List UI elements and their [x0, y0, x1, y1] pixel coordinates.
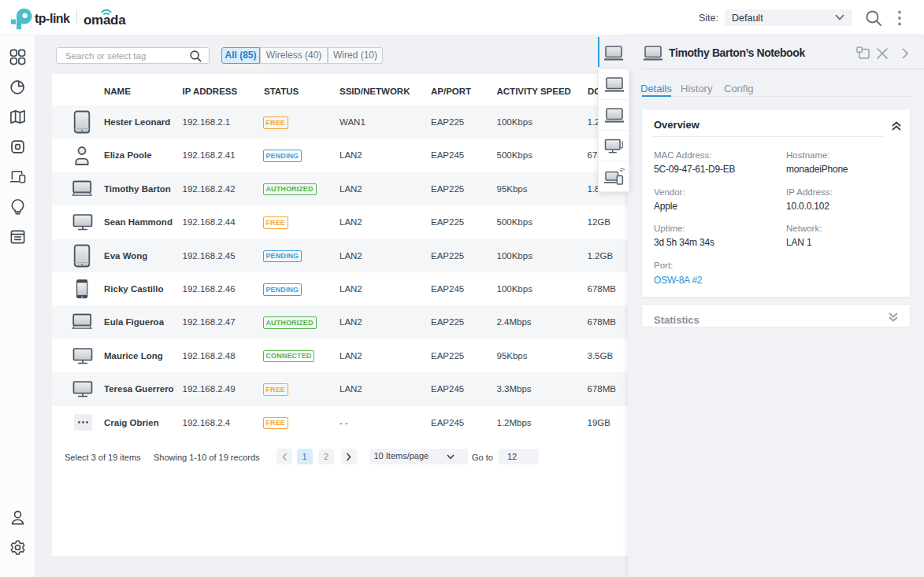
svg-text:omada: omada	[83, 13, 126, 28]
svg-text:tp-link: tp-link	[35, 12, 70, 25]
